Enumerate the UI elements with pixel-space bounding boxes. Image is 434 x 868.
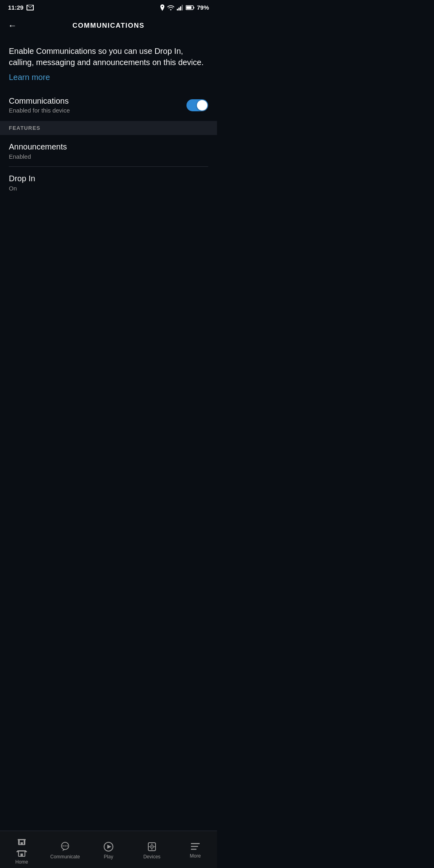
dropin-item[interactable]: Drop In On	[0, 167, 217, 198]
toggle-label-group: Communications Enabled for this device	[9, 96, 70, 114]
announcements-item[interactable]: Announcements Enabled	[0, 135, 217, 166]
announcements-label: Announcements	[9, 142, 208, 151]
toggle-sublabel: Enabled for this device	[9, 107, 70, 114]
page-header: ← COMMUNICATIONS	[0, 14, 217, 39]
status-bar: 11:29 79%	[0, 0, 217, 14]
description-text: Enable Communications so you can use Dro…	[9, 45, 208, 68]
signal-icon	[177, 5, 183, 10]
svg-rect-2	[180, 6, 181, 10]
battery-percent: 79%	[197, 4, 209, 11]
gmail-icon	[27, 5, 34, 10]
dropin-label: Drop In	[9, 174, 208, 183]
status-left: 11:29	[8, 4, 34, 11]
page-title: COMMUNICATIONS	[72, 22, 144, 30]
communications-toggle-row: Communications Enabled for this device	[0, 90, 217, 121]
description-section: Enable Communications so you can use Dro…	[0, 39, 217, 90]
features-section-header: FEATURES	[0, 121, 217, 135]
communications-toggle-switch[interactable]	[186, 99, 208, 111]
toggle-thumb	[197, 100, 207, 111]
toggle-label: Communications	[9, 96, 70, 106]
dropin-value: On	[9, 185, 208, 192]
svg-rect-5	[193, 7, 194, 8]
svg-rect-1	[178, 8, 180, 10]
back-button[interactable]: ←	[8, 19, 20, 33]
time-display: 11:29	[8, 4, 23, 11]
battery-icon	[186, 5, 194, 10]
location-icon	[160, 4, 165, 11]
svg-rect-3	[182, 5, 183, 10]
svg-rect-6	[186, 6, 191, 9]
learn-more-link[interactable]: Learn more	[9, 73, 50, 82]
svg-rect-0	[177, 9, 178, 10]
status-right: 79%	[160, 4, 209, 11]
announcements-value: Enabled	[9, 153, 208, 160]
wifi-icon	[167, 5, 174, 10]
